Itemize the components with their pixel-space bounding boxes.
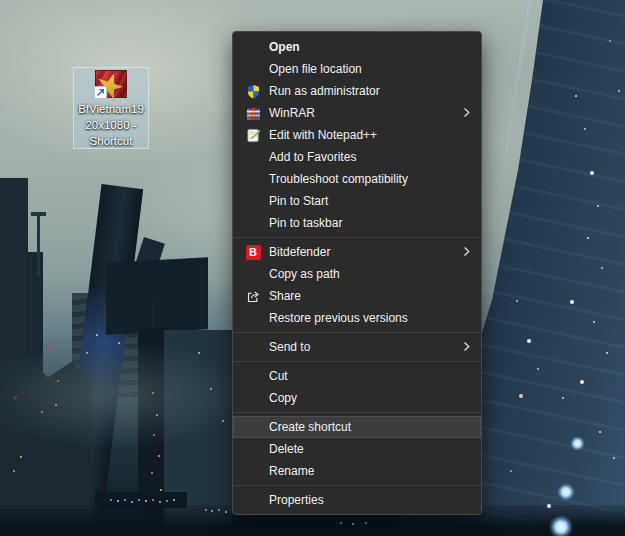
bitdefender-icon: B xyxy=(245,244,261,260)
wallpaper-antenna xyxy=(31,212,46,216)
wallpaper-light-streaks xyxy=(480,0,625,536)
wallpaper-building xyxy=(106,257,208,334)
menu-item-label: WinRAR xyxy=(269,106,315,120)
wallpaper-glow-orb xyxy=(549,515,573,536)
menu-item-label: Troubleshoot compatibility xyxy=(269,172,408,186)
menu-separator xyxy=(233,485,481,486)
wallpaper-glow-orb xyxy=(570,436,585,451)
bf-vietnam-flag-icon xyxy=(95,70,127,98)
menu-item-share[interactable]: Share xyxy=(233,285,481,307)
menu-item-edit-with-notepad[interactable]: Edit with Notepad++ xyxy=(233,124,481,146)
wallpaper-window-lights xyxy=(0,0,2,2)
uac-shield-icon xyxy=(245,83,261,99)
menu-item-add-to-favorites[interactable]: Add to Favorites xyxy=(233,146,481,168)
menu-item-label: Share xyxy=(269,289,301,303)
desktop-shortcut-icon[interactable]: BfVietnam19 20x1080 - Shortcut xyxy=(73,67,149,149)
menu-item-properties[interactable]: Properties xyxy=(233,489,481,511)
desktop: BfVietnam19 20x1080 - Shortcut OpenOpen … xyxy=(0,0,625,536)
menu-item-label: Edit with Notepad++ xyxy=(269,128,377,142)
menu-item-run-as-administrator[interactable]: Run as administrator xyxy=(233,80,481,102)
menu-item-delete[interactable]: Delete xyxy=(233,438,481,460)
menu-item-label: Open file location xyxy=(269,62,362,76)
menu-item-label: Run as administrator xyxy=(269,84,380,98)
menu-item-label: Add to Favorites xyxy=(269,150,356,164)
menu-item-label: Create shortcut xyxy=(269,420,351,434)
menu-item-label: Rename xyxy=(269,464,314,478)
wallpaper-antenna xyxy=(152,300,154,330)
menu-item-label: Bitdefender xyxy=(269,245,330,259)
wallpaper-antenna xyxy=(37,214,40,276)
menu-item-winrar[interactable]: WinRAR xyxy=(233,102,481,124)
shortcut-arrow-icon xyxy=(94,86,107,99)
menu-item-rename[interactable]: Rename xyxy=(233,460,481,482)
menu-item-label: Send to xyxy=(269,340,310,354)
menu-item-label: Pin to Start xyxy=(269,194,328,208)
menu-item-create-shortcut[interactable]: Create shortcut xyxy=(233,416,481,438)
submenu-chevron-icon xyxy=(463,246,470,257)
notepad-plus-plus-icon xyxy=(245,127,261,143)
menu-item-copy[interactable]: Copy xyxy=(233,387,481,409)
menu-item-label: Cut xyxy=(269,369,288,383)
menu-separator xyxy=(233,237,481,238)
menu-item-send-to[interactable]: Send to xyxy=(233,336,481,358)
menu-item-label: Pin to taskbar xyxy=(269,216,342,230)
wallpaper-glow-orb xyxy=(557,483,575,501)
menu-item-copy-as-path[interactable]: Copy as path xyxy=(233,263,481,285)
menu-item-pin-to-start[interactable]: Pin to Start xyxy=(233,190,481,212)
menu-item-open[interactable]: Open xyxy=(233,36,481,58)
menu-item-label: Copy xyxy=(269,391,297,405)
menu-item-label: Delete xyxy=(269,442,304,456)
menu-separator xyxy=(233,332,481,333)
winrar-icon xyxy=(245,105,261,121)
menu-item-troubleshoot-compatibility[interactable]: Troubleshoot compatibility xyxy=(233,168,481,190)
menu-separator xyxy=(233,412,481,413)
menu-item-restore-previous-versions[interactable]: Restore previous versions xyxy=(233,307,481,329)
submenu-chevron-icon xyxy=(463,107,470,118)
menu-item-cut[interactable]: Cut xyxy=(233,365,481,387)
desktop-icon-label-line: Shortcut xyxy=(78,133,144,149)
menu-item-label: Properties xyxy=(269,493,324,507)
menu-item-label: Copy as path xyxy=(269,267,340,281)
menu-item-label: Restore previous versions xyxy=(269,311,408,325)
menu-separator xyxy=(233,361,481,362)
share-icon xyxy=(245,288,261,304)
menu-item-label: Open xyxy=(269,40,300,54)
menu-item-open-file-location[interactable]: Open file location xyxy=(233,58,481,80)
desktop-icon-label-line: 20x1080 - xyxy=(78,117,144,133)
desktop-icon-label-line: BfVietnam19 xyxy=(78,101,144,117)
menu-item-bitdefender[interactable]: BBitdefender xyxy=(233,241,481,263)
desktop-icon-label: BfVietnam19 20x1080 - Shortcut xyxy=(78,101,144,149)
context-menu: OpenOpen file locationRun as administrat… xyxy=(232,31,482,515)
submenu-chevron-icon xyxy=(463,341,470,352)
wallpaper-fog xyxy=(0,340,250,450)
menu-item-pin-to-taskbar[interactable]: Pin to taskbar xyxy=(233,212,481,234)
